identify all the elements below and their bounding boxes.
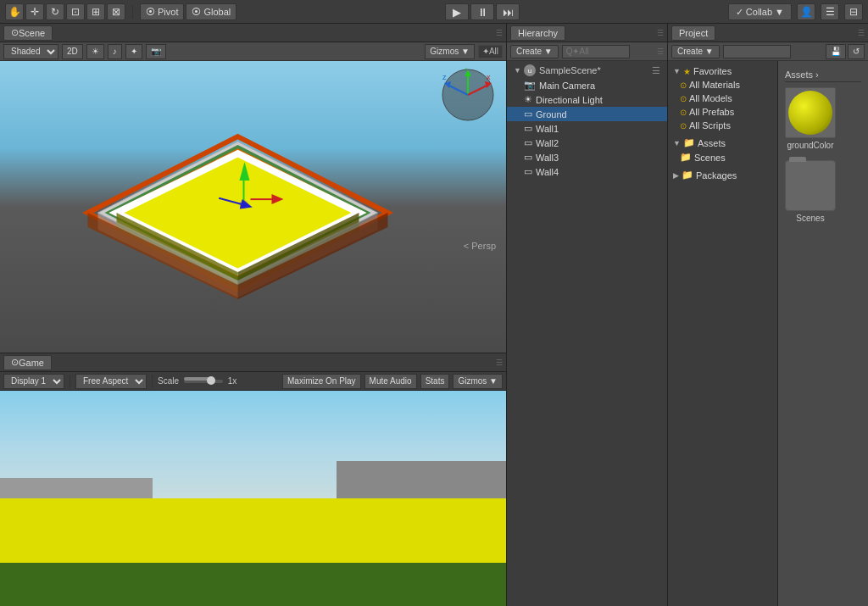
- pivot-btn[interactable]: ⦿ Pivot: [140, 3, 184, 20]
- wall4-label: Wall4: [536, 167, 559, 177]
- asset-ground-color[interactable]: groundColor: [785, 87, 836, 150]
- aspect-dropdown[interactable]: Free Aspect: [75, 374, 147, 389]
- svg-text:z: z: [442, 73, 447, 81]
- transform-tool-btn[interactable]: ⊠: [107, 3, 125, 20]
- right-panels: Hierarchy ☰ Create ▼ ☰ ▼ u SampleScene* …: [507, 24, 868, 606]
- shaded-dropdown[interactable]: Shaded: [3, 44, 58, 59]
- layers-btn[interactable]: ☰: [821, 3, 839, 20]
- game-controls-bar: Display 1 Free Aspect Scale 1x Maximize …: [0, 372, 506, 391]
- hierarchy-item-ground[interactable]: ▭ Ground: [507, 107, 667, 121]
- rotate-tool-btn[interactable]: ↻: [46, 3, 64, 20]
- tree-packages[interactable]: ▶ 📁 Packages: [668, 168, 777, 182]
- svg-text:y: y: [465, 68, 469, 69]
- step-btn[interactable]: ⏭: [496, 3, 520, 20]
- all-scripts-icon: ⊙: [680, 121, 687, 131]
- scene-axis-gizmo[interactable]: x y z: [441, 68, 496, 123]
- x-axis-arrowhead[interactable]: [271, 194, 283, 204]
- pause-btn[interactable]: ⏸: [470, 3, 494, 20]
- scenes-folder-thumbnail: [785, 160, 836, 211]
- project-tree: ▼ ★ Favorites ⊙ All Materials ⊙ All Mode…: [668, 61, 778, 606]
- hierarchy-scene-root[interactable]: ▼ u SampleScene* ☰: [507, 63, 667, 78]
- tree-all-models[interactable]: ⊙ All Models: [668, 92, 777, 105]
- hierarchy-create-btn[interactable]: Create ▼: [510, 45, 559, 58]
- scene-options-btn[interactable]: ☰: [652, 65, 660, 76]
- audio-btn[interactable]: ♪: [108, 44, 122, 59]
- project-toolbar: Create ▼ 💾 ↺: [668, 42, 868, 61]
- project-tab-bar: Project ☰: [668, 24, 868, 42]
- project-panel: Project ☰ Create ▼ 💾 ↺ ▼: [668, 24, 868, 606]
- collab-btn[interactable]: ✓ Collab ▼: [728, 3, 792, 20]
- game-tab[interactable]: ⊙ Game: [3, 355, 52, 370]
- global-btn[interactable]: ⦿ Global: [186, 3, 236, 20]
- tree-assets-root[interactable]: ▼ 📁 Assets: [668, 136, 777, 150]
- project-create-btn[interactable]: Create ▼: [671, 45, 720, 58]
- directional-light-label: Directional Light: [536, 95, 603, 105]
- play-btn[interactable]: ▶: [445, 3, 469, 20]
- hierarchy-item-wall4[interactable]: ▭ Wall4: [507, 164, 667, 179]
- hierarchy-tab[interactable]: Hierarchy: [510, 25, 565, 41]
- game-tab-label: Game: [19, 358, 44, 368]
- y-axis-handle[interactable]: [239, 162, 249, 181]
- ground-svg: [81, 130, 394, 299]
- gizmos-btn[interactable]: Gizmos ▼: [425, 44, 475, 59]
- project-search-input[interactable]: [723, 45, 791, 58]
- hierarchy-item-wall3[interactable]: ▭ Wall3: [507, 150, 667, 164]
- scene-cam-btn[interactable]: 📷: [146, 44, 166, 59]
- tree-all-scripts[interactable]: ⊙ All Scripts: [668, 119, 777, 132]
- wall2-label: Wall2: [536, 138, 559, 148]
- rect-tool-btn[interactable]: ⊞: [86, 3, 105, 20]
- scene-viewport[interactable]: < Persp: [0, 61, 506, 353]
- fx-btn[interactable]: ✦: [125, 44, 142, 59]
- move-tool-btn[interactable]: ✛: [25, 3, 44, 20]
- favorites-expand: ▼: [673, 67, 681, 75]
- asset-scenes-folder[interactable]: Scenes: [785, 160, 836, 223]
- game-gizmos-btn[interactable]: Gizmos ▼: [453, 374, 503, 389]
- scale-slider-track[interactable]: [184, 380, 223, 383]
- display-dropdown[interactable]: Display 1: [3, 374, 64, 389]
- hierarchy-item-wall2[interactable]: ▭ Wall2: [507, 136, 667, 150]
- scale-slider-thumb[interactable]: [207, 376, 215, 385]
- project-content: ▼ ★ Favorites ⊙ All Materials ⊙ All Mode…: [668, 61, 868, 606]
- all-models-icon: ⊙: [680, 94, 687, 103]
- project-save-btn[interactable]: 💾: [826, 44, 846, 59]
- folder-tab: [789, 157, 806, 162]
- layout-btn[interactable]: ⊟: [844, 3, 863, 20]
- hierarchy-item-main-camera[interactable]: 📷 Main Camera: [507, 78, 667, 92]
- packages-label: Packages: [696, 170, 737, 181]
- ground-color-material-sphere: [788, 91, 832, 135]
- z-axis-line: [218, 197, 242, 205]
- game-viewport[interactable]: [0, 391, 506, 606]
- ground-icon: ▭: [524, 108, 532, 120]
- hierarchy-item-directional-light[interactable]: ☀ Directional Light: [507, 92, 667, 107]
- tree-all-materials[interactable]: ⊙ All Materials: [668, 78, 777, 92]
- lighting-btn[interactable]: ☀: [86, 44, 104, 59]
- assets-label: Assets: [698, 138, 726, 148]
- hierarchy-options[interactable]: ☰: [657, 29, 664, 37]
- tools-group: ✋ ✛ ↻ ⊡ ⊞ ⊠: [5, 3, 125, 20]
- mute-audio-btn[interactable]: Mute Audio: [364, 374, 417, 389]
- hierarchy-search-input[interactable]: [562, 45, 630, 58]
- main-camera-label: Main Camera: [539, 81, 595, 91]
- tree-all-prefabs[interactable]: ⊙ All Prefabs: [668, 105, 777, 119]
- tree-favorites[interactable]: ▼ ★ Favorites: [668, 64, 777, 78]
- hierarchy-panel-options[interactable]: ☰: [657, 47, 664, 56]
- scale-tool-btn[interactable]: ⊡: [66, 3, 85, 20]
- scene-panel-options[interactable]: ☰: [496, 29, 503, 37]
- maximize-on-play-btn[interactable]: Maximize On Play: [282, 374, 361, 389]
- game-tab-bar: ⊙ Game ☰: [0, 353, 506, 372]
- game-panel-options[interactable]: ☰: [496, 359, 503, 367]
- all-models-label: All Models: [689, 93, 732, 103]
- stats-btn[interactable]: Stats: [420, 374, 450, 389]
- tree-scenes[interactable]: 📁 Scenes: [668, 150, 777, 164]
- project-tab[interactable]: Project: [671, 25, 715, 41]
- wall1-label: Wall1: [536, 124, 559, 134]
- hand-tool-btn[interactable]: ✋: [5, 3, 24, 20]
- svg-text:x: x: [487, 73, 491, 81]
- hierarchy-item-wall1[interactable]: ▭ Wall1: [507, 121, 667, 136]
- account-btn[interactable]: 👤: [797, 3, 815, 20]
- project-options[interactable]: ☰: [858, 29, 865, 37]
- twod-btn[interactable]: 2D: [62, 44, 83, 59]
- scene-tab[interactable]: ⊙ Scene: [3, 25, 53, 41]
- ground-color-label: groundColor: [787, 141, 833, 150]
- project-refresh-btn[interactable]: ↺: [848, 44, 865, 59]
